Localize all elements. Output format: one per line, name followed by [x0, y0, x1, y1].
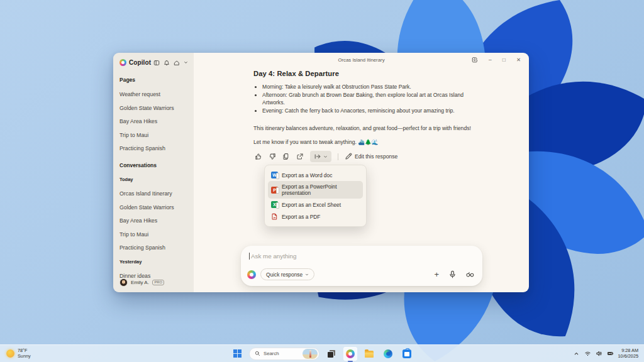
- task-view-icon: [328, 350, 335, 358]
- itinerary-afternoon: Afternoon: Grab brunch at Brown Bear Bak…: [262, 91, 472, 107]
- copilot-taskbar-button[interactable]: [343, 347, 357, 361]
- copilot-vision-glasses-icon[interactable]: [466, 270, 474, 278]
- edit-response-button[interactable]: Edit this response: [345, 153, 397, 160]
- thumbs-up-icon[interactable]: [255, 153, 262, 160]
- text-caret: [249, 253, 250, 260]
- desktop: Copilot Pages Weather request Golden Sta…: [0, 0, 644, 362]
- conversation-bay-area-hikes[interactable]: Bay Area Hikes: [119, 217, 187, 224]
- action-divider: [338, 153, 338, 160]
- itinerary-evening: Evening: Catch the ferry back to Anacort…: [262, 107, 472, 115]
- composer[interactable]: Ask me anything Quick response +: [241, 246, 482, 286]
- export-powerpoint-label: Export as a PowerPoint presentation: [282, 184, 360, 196]
- microsoft-store-button[interactable]: [400, 347, 414, 361]
- itinerary-morning: Morning: Take a leisurely walk at Obstru…: [262, 83, 472, 91]
- taskbar-search[interactable]: Search: [249, 348, 319, 360]
- export-pdf-label: Export as a PDF: [282, 214, 320, 220]
- user-account[interactable]: Emily A. PRO: [119, 278, 164, 287]
- file-explorer-icon: [365, 351, 374, 358]
- pencil-icon: [345, 153, 352, 160]
- file-explorer-button[interactable]: [362, 347, 376, 361]
- copilot-logo-icon: [346, 349, 355, 358]
- close-button[interactable]: ✕: [516, 57, 521, 63]
- chat-input[interactable]: Ask me anything: [249, 253, 474, 260]
- user-name: Emily A.: [131, 280, 149, 285]
- powerpoint-icon: P: [271, 187, 278, 194]
- task-view-button[interactable]: [325, 347, 338, 361]
- yesterday-label: Yesterday: [119, 259, 187, 265]
- pro-badge: PRO: [152, 280, 165, 286]
- export-pdf-item[interactable]: Export as a PDF: [268, 211, 363, 222]
- copy-icon[interactable]: [282, 153, 290, 160]
- followup-text: Let me know if you want to tweak anythin…: [253, 139, 472, 145]
- copilot-window: Copilot Pages Weather request Golden Sta…: [113, 53, 529, 292]
- titlebar: Orcas Island Itinerary – □ ✕: [194, 53, 529, 67]
- summary-text: This itinerary balances adventure, relax…: [253, 125, 472, 131]
- sidebar-item-weather-request[interactable]: Weather request: [119, 91, 187, 97]
- assistant-response: Day 4: Relax & Departure Morning: Take a…: [253, 70, 472, 145]
- conversation-trip-to-maui[interactable]: Trip to Maui: [119, 231, 187, 238]
- chevron-down-icon[interactable]: [184, 60, 188, 65]
- avatar: [119, 278, 128, 287]
- sidebar-item-golden-state-warriors[interactable]: Golden State Warriors: [119, 105, 187, 111]
- taskbar: 78°F Sunny Search 9:28: [0, 344, 644, 362]
- word-icon: W: [271, 172, 278, 178]
- edit-response-label: Edit this response: [355, 153, 397, 160]
- quick-response-selector[interactable]: Quick response: [260, 268, 314, 280]
- search-icon: [255, 351, 260, 356]
- search-label: Search: [264, 351, 299, 356]
- chevron-down-icon: [305, 273, 309, 277]
- windows-logo-icon: [233, 349, 242, 358]
- microsoft-store-icon: [402, 349, 411, 358]
- export-powerpoint-item[interactable]: P Export as a PowerPoint presentation: [268, 181, 363, 199]
- conversation-orcas-island-itinerary[interactable]: Orcas Island Itinerary: [119, 190, 187, 197]
- edge-button[interactable]: [381, 347, 395, 361]
- minimize-button[interactable]: –: [489, 57, 492, 63]
- new-chat-icon[interactable]: [472, 57, 478, 63]
- export-chevron-icon: [323, 155, 328, 159]
- notifications-icon[interactable]: [164, 60, 170, 66]
- maximize-button[interactable]: □: [502, 57, 506, 63]
- edge-icon: [384, 349, 392, 358]
- conversation-practicing-spanish[interactable]: Practicing Spanish: [119, 244, 187, 251]
- start-button[interactable]: [230, 347, 244, 361]
- attach-button[interactable]: +: [434, 270, 439, 278]
- conversations-label: Conversations: [119, 162, 187, 168]
- sidebar-item-trip-to-maui[interactable]: Trip to Maui: [119, 132, 187, 138]
- export-button[interactable]: [310, 151, 331, 162]
- share-icon[interactable]: [296, 153, 304, 160]
- sidebar-item-bay-area-hikes[interactable]: Bay Area Hikes: [119, 118, 187, 124]
- thumbs-down-icon[interactable]: [269, 153, 276, 160]
- sidebar: Copilot Pages Weather request Golden Sta…: [113, 53, 194, 292]
- response-action-bar: Edit this response: [255, 151, 397, 162]
- quick-response-label: Quick response: [266, 272, 303, 278]
- export-word-label: Export as a Word doc: [282, 172, 332, 178]
- export-excel-item[interactable]: X Export as an Excel Sheet: [268, 199, 363, 211]
- pages-label: Pages: [119, 77, 187, 83]
- day4-heading: Day 4: Relax & Departure: [253, 70, 472, 77]
- copilot-logo-icon: [119, 59, 126, 66]
- pdf-icon: [271, 213, 278, 220]
- microphone-icon[interactable]: [448, 270, 457, 278]
- export-excel-label: Export as an Excel Sheet: [282, 202, 341, 208]
- app-name: Copilot: [129, 59, 151, 66]
- export-icon: [314, 153, 321, 160]
- chat-input-placeholder: Ask me anything: [251, 253, 296, 260]
- sidebar-item-practicing-spanish[interactable]: Practicing Spanish: [119, 145, 187, 151]
- home-icon[interactable]: [174, 60, 180, 66]
- export-menu: W Export as a Word doc P Export as a Pow…: [264, 165, 367, 227]
- itinerary-list: Morning: Take a leisurely walk at Obstru…: [253, 83, 472, 114]
- conversation-golden-state-warriors[interactable]: Golden State Warriors: [119, 204, 187, 211]
- toggle-sidebar-icon[interactable]: [153, 60, 160, 66]
- copilot-logo-icon: [247, 270, 256, 279]
- excel-icon: X: [271, 201, 278, 208]
- today-label: Today: [119, 177, 187, 182]
- export-word-item[interactable]: W Export as a Word doc: [268, 169, 363, 181]
- search-daily-image: [303, 349, 318, 359]
- chat-main: Orcas Island Itinerary – □ ✕ Day 4: Rela…: [194, 53, 529, 292]
